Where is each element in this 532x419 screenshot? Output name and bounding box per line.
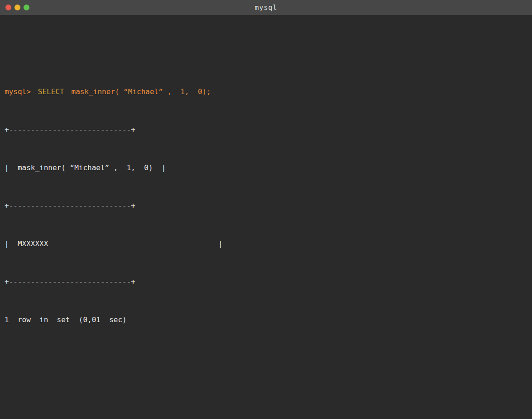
table-border-mid: +----------------------------+ (5, 200, 532, 212)
table-value-row: | MXXXXXX | (5, 238, 532, 250)
query-result-block: mysql>SELECTmask_inner( “123456789012345… (5, 402, 532, 419)
table-header-row: | mask_inner( “Michael” , 1, 0) | (5, 162, 532, 174)
titlebar[interactable]: mysql (0, 0, 532, 15)
close-button[interactable] (5, 5, 11, 10)
traffic-lights (5, 0, 29, 15)
minimize-button[interactable] (14, 5, 20, 10)
query-result-block: mysql>SELECTmask_inner( “Michael” , 1, 0… (5, 60, 532, 352)
table-border-top: +----------------------------+ (5, 124, 532, 136)
status-line: 1 row in set (0,01 sec) (5, 314, 532, 326)
query-line: mysql>SELECTmask_inner( “Michael” , 1, 0… (5, 86, 532, 98)
mysql-prompt: mysql> (5, 87, 31, 96)
terminal-window: mysql mysql>SELECTmask_inner( “Michael” … (0, 0, 532, 419)
terminal-content[interactable]: mysql>SELECTmask_inner( “Michael” , 1, 0… (0, 15, 532, 419)
sql-expression: mask_inner( “Michael” , 1, 0); (72, 87, 211, 96)
table-border-bottom: +----------------------------+ (5, 276, 532, 288)
sql-keyword: SELECT (38, 87, 64, 96)
zoom-button[interactable] (24, 5, 29, 10)
window-title: mysql (0, 4, 532, 12)
